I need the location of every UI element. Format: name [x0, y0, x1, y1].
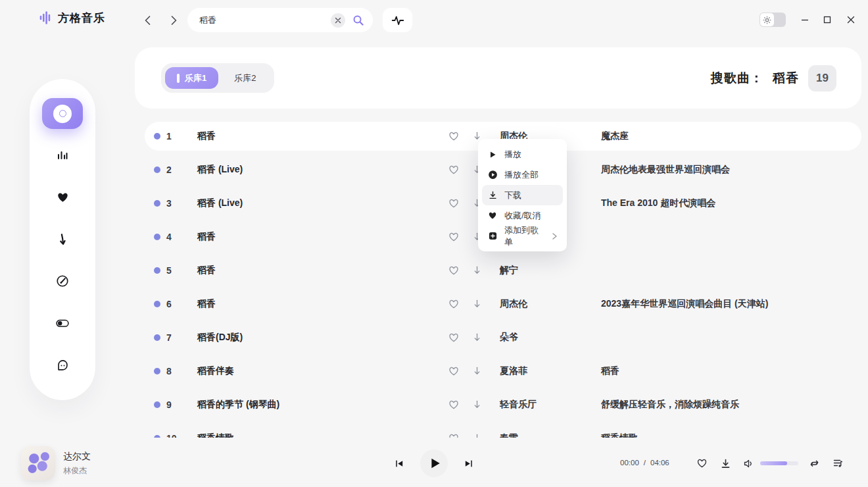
sidebar-item-settings-toggle[interactable] [55, 315, 70, 331]
song-title: 稻香 (Live) [197, 197, 243, 209]
bullet-icon [154, 301, 160, 307]
song-album: 魔杰座 [601, 130, 629, 142]
menu-item-label: 收藏/取消 [504, 210, 541, 222]
song-artist: 周杰伦 [500, 298, 527, 310]
song-number: 1 [166, 131, 172, 141]
total-time: 04:06 [650, 459, 669, 467]
forward-button[interactable] [165, 12, 182, 29]
sidebar-item-downloads[interactable] [55, 232, 70, 247]
favorite-icon[interactable] [448, 198, 459, 209]
play-queue-button[interactable] [832, 457, 844, 469]
sidebar-item-messages[interactable] [55, 357, 70, 373]
song-artist: 解宁 [500, 265, 518, 276]
download-icon[interactable] [472, 366, 483, 376]
library-tabs: 乐库1 乐库2 [161, 63, 274, 93]
sidebar-item-charts[interactable] [55, 147, 70, 163]
download-track-button[interactable] [719, 457, 731, 469]
clear-search-button[interactable] [331, 13, 345, 28]
song-row[interactable]: 5 稻香 解宁 [145, 256, 861, 285]
clear-icon [335, 17, 341, 24]
favorite-track-button[interactable] [696, 457, 708, 469]
menu-item-add-to-playlist[interactable]: 添加到歌单 [482, 226, 563, 246]
volume-slider[interactable] [760, 461, 798, 465]
volume-fill [760, 461, 787, 465]
now-playing-info: 达尔文 林俊杰 [63, 446, 91, 480]
play-button[interactable] [420, 449, 448, 477]
download-icon [487, 190, 498, 201]
menu-item-favorite[interactable]: 收藏/取消 [482, 205, 563, 226]
play-icon [487, 149, 498, 160]
song-row[interactable]: 6 稻香 周杰伦 2023嘉年华世界巡回演唱会曲目 (天津站) [145, 290, 861, 319]
favorite-icon[interactable] [448, 299, 459, 309]
favorite-icon[interactable] [448, 265, 459, 276]
disc-icon [53, 105, 72, 123]
song-row[interactable]: 7 稻香(DJ版) 朵爷 [145, 323, 861, 352]
menu-item-play-all[interactable]: 播放全部 [482, 165, 563, 185]
song-number: 2 [166, 165, 172, 175]
time-divider: / [644, 459, 646, 467]
maximize-icon [823, 16, 831, 24]
previous-track-button[interactable] [392, 456, 406, 471]
song-artist: 夏洛菲 [500, 365, 527, 377]
back-button[interactable] [139, 12, 156, 29]
favorite-icon[interactable] [448, 399, 459, 410]
compass-icon [56, 274, 69, 288]
time-display: 00:00 / 04:06 [620, 459, 669, 467]
favorite-icon[interactable] [448, 366, 459, 376]
sun-icon [763, 16, 771, 24]
audio-effect-button[interactable] [383, 8, 412, 32]
favorite-icon[interactable] [448, 131, 459, 141]
search-input[interactable] [199, 15, 331, 25]
search-result-summary: 搜歌曲： 稻香 19 [711, 47, 836, 109]
maximize-button[interactable] [818, 11, 836, 28]
library-header-card: 乐库1 乐库2 搜歌曲： 稻香 19 [135, 47, 861, 109]
sidebar [30, 79, 95, 400]
menu-item-label: 添加到歌单 [504, 224, 545, 248]
favorite-icon[interactable] [448, 232, 459, 242]
menu-item-download[interactable]: 下载 [482, 185, 563, 205]
now-playing-artist: 林俊杰 [63, 465, 91, 476]
search-icon [352, 14, 364, 26]
heart-icon [57, 192, 69, 203]
theme-toggle[interactable] [760, 13, 786, 27]
bullet-icon [154, 334, 160, 341]
tab-label: 乐库2 [234, 72, 256, 84]
search-result-count: 19 [808, 65, 836, 91]
chat-icon [57, 359, 69, 372]
titlebar: 方格音乐 [0, 0, 868, 39]
next-track-button[interactable] [461, 456, 475, 471]
sidebar-item-favorites[interactable] [55, 190, 70, 205]
volume-button[interactable] [742, 457, 754, 469]
song-number: 7 [166, 332, 172, 343]
download-icon[interactable] [472, 399, 483, 410]
sidebar-item-library[interactable] [42, 98, 83, 129]
song-album: 2023嘉年华世界巡回演唱会曲目 (天津站) [601, 298, 768, 310]
close-button[interactable] [842, 11, 860, 28]
song-row[interactable]: 9 稻香的季节 (钢琴曲) 轻音乐厅 舒缓解压轻音乐，消除烦躁纯音乐 [145, 390, 861, 419]
song-album: The Era 2010 超时代演唱会 [601, 197, 715, 209]
context-menu: 播放 播放全部 下载 收藏/取消 添加到歌单 [478, 139, 567, 251]
menu-item-play[interactable]: 播放 [482, 144, 563, 165]
repeat-button[interactable] [808, 457, 820, 469]
search-result-query: 稻香 [773, 70, 799, 87]
song-row[interactable]: 8 稻香伴奏 夏洛菲 稻香 [145, 357, 861, 386]
download-icon[interactable] [472, 265, 483, 276]
sidebar-item-discover[interactable] [55, 273, 70, 289]
search-result-label: 搜歌曲： [711, 70, 763, 87]
tab-library-2[interactable]: 乐库2 [220, 67, 270, 89]
toggle-icon [56, 318, 69, 328]
download-icon[interactable] [472, 332, 483, 343]
bullet-icon [154, 368, 160, 374]
add-square-icon [487, 231, 498, 242]
bullet-icon [154, 167, 160, 173]
favorite-icon[interactable] [448, 332, 459, 343]
song-title: 稻香 [197, 265, 216, 276]
now-playing-artwork[interactable] [21, 446, 55, 480]
search-button[interactable] [350, 13, 366, 28]
favorite-icon[interactable] [448, 165, 459, 175]
download-icon[interactable] [472, 299, 483, 309]
tab-library-1[interactable]: 乐库1 [165, 67, 218, 89]
app-title: 方格音乐 [58, 11, 105, 26]
minimize-button[interactable] [796, 11, 814, 28]
queue-icon [832, 458, 844, 469]
